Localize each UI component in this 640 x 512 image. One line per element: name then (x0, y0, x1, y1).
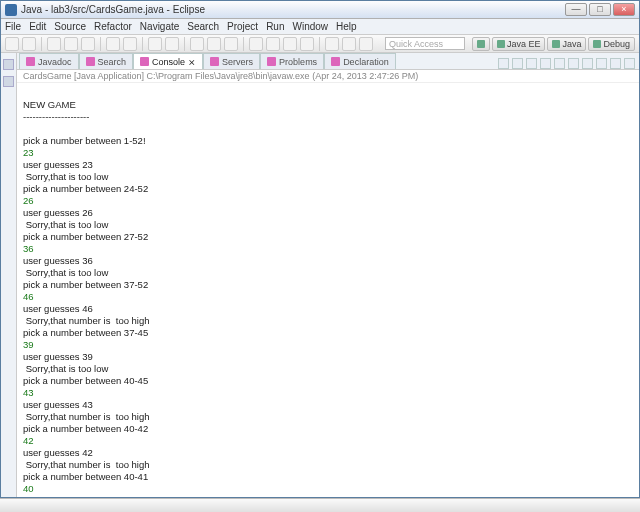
menu-refactor[interactable]: Refactor (94, 21, 132, 32)
new-package-icon[interactable] (106, 37, 120, 51)
menu-help[interactable]: Help (336, 21, 357, 32)
app-window: Java - lab3/src/CardsGame.java - Eclipse… (0, 0, 640, 498)
search-icon[interactable] (165, 37, 179, 51)
open-type-icon[interactable] (148, 37, 162, 51)
separator (319, 37, 320, 51)
console-process-label: CardsGame [Java Application] C:\Program … (17, 70, 639, 83)
misc2-icon[interactable] (342, 37, 356, 51)
restore-view-icon[interactable] (3, 59, 14, 70)
toggle-icon[interactable] (190, 37, 204, 51)
declaration-icon (331, 57, 340, 66)
minimize-view-icon[interactable] (610, 58, 621, 69)
javaee-icon (497, 40, 505, 48)
toolbar: Quick Access Java EE Java Debug (1, 35, 639, 53)
clear-console-icon[interactable] (554, 58, 565, 69)
separator (243, 37, 244, 51)
tab-problems[interactable]: Problems (260, 53, 324, 69)
nav-fwd-icon[interactable] (224, 37, 238, 51)
menu-search[interactable]: Search (187, 21, 219, 32)
eclipse-icon (5, 4, 17, 16)
titlebar[interactable]: Java - lab3/src/CardsGame.java - Eclipse… (1, 1, 639, 19)
left-trim (1, 53, 17, 497)
step3-icon[interactable] (300, 37, 314, 51)
tab-servers[interactable]: Servers (203, 53, 260, 69)
open-perspective-button[interactable] (472, 37, 490, 51)
debug-icon[interactable] (47, 37, 61, 51)
separator (184, 37, 185, 51)
step-icon[interactable] (266, 37, 280, 51)
console-output[interactable]: NEW GAME --------------------- pick a nu… (17, 83, 639, 497)
tab-javadoc[interactable]: Javadoc (19, 53, 79, 69)
menu-navigate[interactable]: Navigate (140, 21, 179, 32)
menu-run[interactable]: Run (266, 21, 284, 32)
javadoc-icon (26, 57, 35, 66)
new-class-icon[interactable] (123, 37, 137, 51)
separator (41, 37, 42, 51)
perspective-javaee[interactable]: Java EE (492, 37, 546, 51)
pin-console-icon[interactable] (568, 58, 579, 69)
menu-source[interactable]: Source (54, 21, 86, 32)
minimize-button[interactable]: — (565, 3, 587, 16)
perspective-java[interactable]: Java (547, 37, 586, 51)
restore-view2-icon[interactable] (3, 76, 14, 87)
servers-icon (210, 57, 219, 66)
pin-icon[interactable] (249, 37, 263, 51)
tab-search[interactable]: Search (79, 53, 134, 69)
console-icon (140, 57, 149, 66)
view-tabs: Javadoc Search Console ⨯ Servers Problem… (17, 53, 639, 70)
remove-launch-icon[interactable] (512, 58, 523, 69)
perspective-debug[interactable]: Debug (588, 37, 635, 51)
remove-all-icon[interactable] (526, 58, 537, 69)
menubar: File Edit Source Refactor Navigate Searc… (1, 19, 639, 35)
window-title: Java - lab3/src/CardsGame.java - Eclipse (21, 4, 565, 15)
scroll-lock-icon[interactable] (540, 58, 551, 69)
tab-console[interactable]: Console ⨯ (133, 53, 203, 69)
misc-icon[interactable] (325, 37, 339, 51)
run-icon[interactable] (64, 37, 78, 51)
menu-edit[interactable]: Edit (29, 21, 46, 32)
close-button[interactable]: × (613, 3, 635, 16)
os-taskbar[interactable] (0, 498, 640, 512)
maximize-button[interactable]: □ (589, 3, 611, 16)
save-icon[interactable] (22, 37, 36, 51)
step2-icon[interactable] (283, 37, 297, 51)
open-console-icon[interactable] (596, 58, 607, 69)
run-last-icon[interactable] (81, 37, 95, 51)
new-icon[interactable] (5, 37, 19, 51)
problems-icon (267, 57, 276, 66)
misc3-icon[interactable] (359, 37, 373, 51)
menu-project[interactable]: Project (227, 21, 258, 32)
menu-window[interactable]: Window (292, 21, 328, 32)
maximize-view-icon[interactable] (624, 58, 635, 69)
terminate-icon[interactable] (498, 58, 509, 69)
separator (142, 37, 143, 51)
separator (100, 37, 101, 51)
grid-icon (477, 40, 485, 48)
java-icon (552, 40, 560, 48)
nav-back-icon[interactable] (207, 37, 221, 51)
debug-persp-icon (593, 40, 601, 48)
display-select-icon[interactable] (582, 58, 593, 69)
quick-access-input[interactable]: Quick Access (385, 37, 465, 50)
menu-file[interactable]: File (5, 21, 21, 32)
search-tab-icon (86, 57, 95, 66)
tab-declaration[interactable]: Declaration (324, 53, 396, 69)
